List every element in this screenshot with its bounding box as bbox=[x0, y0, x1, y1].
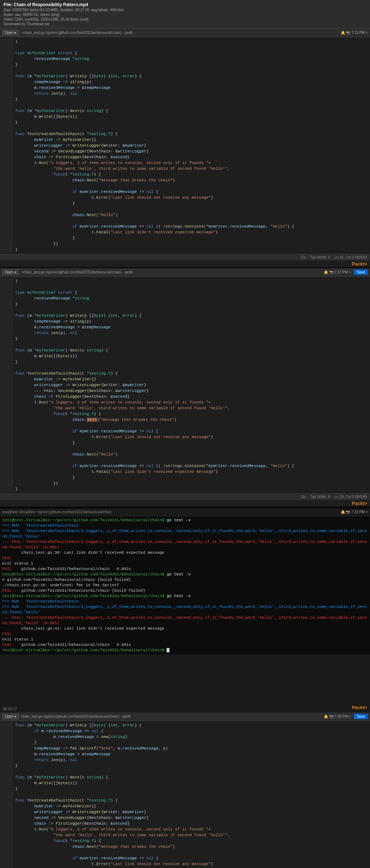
code-line: func TestCreateDefaultChain(t *testing.T… bbox=[0, 798, 370, 803]
code-line: func (m *myTestWriter) Next(s string) { bbox=[0, 108, 370, 114]
code-line bbox=[0, 342, 370, 347]
editor-panel-2: Open ▾ ~chain_test.go (/go/src/github.co… bbox=[0, 268, 370, 508]
code-line: } bbox=[0, 200, 370, 206]
code-line: chain := FirstLogger{NextChain: &second} bbox=[0, 821, 370, 826]
cursor bbox=[167, 648, 169, 652]
code-area-2: ) type myTestWriter struct { receivedMes… bbox=[0, 277, 370, 493]
timecode-blank: 00:10:17 bbox=[3, 707, 17, 711]
code-line: return len(p), nil bbox=[0, 330, 370, 336]
editor-toolbar-2: Open ▾ ~chain_test.go (/go/src/github.co… bbox=[0, 268, 370, 277]
code-line: myWriter := myTestWriter{} bbox=[0, 137, 370, 143]
code-line bbox=[0, 125, 370, 131]
toolbar-right-1: 🔔 📷 7:13 PM × bbox=[341, 31, 368, 35]
open-button-2[interactable]: Open ▾ bbox=[2, 269, 19, 275]
code-line: if m.receivedMessage == nil { bbox=[0, 728, 370, 734]
code-line: t.Run("3 loggers, 2 of them writes to co… bbox=[0, 826, 370, 832]
file-size: Size: 63997964 bytes (61.03 MiB), durati… bbox=[4, 8, 366, 12]
code-line: } bbox=[0, 440, 370, 446]
code-line: writerLogger := WriterLogger{Writer: &my… bbox=[0, 809, 370, 815]
code-line: m.Write([]byte(s)) bbox=[0, 353, 370, 359]
code-line: if myWriter.receivedMessage != nil { bbox=[0, 855, 370, 861]
terminal-time: 🔔 📷 7:23 PM × bbox=[341, 510, 368, 514]
code-line bbox=[0, 307, 370, 313]
status-position-1: Ln 41, Col 2 060592 bbox=[335, 255, 367, 259]
terminal-line: chain_test.go:41: Last link didn't recei… bbox=[2, 626, 368, 631]
code-line bbox=[0, 206, 370, 212]
code-line: --- FAIL: SecondLogger{NextChain: &write… bbox=[0, 388, 370, 394]
terminal-line: test@test-VirtualBox:~/go/src/github.com… bbox=[2, 518, 368, 523]
code-area-3: func (m *myTestWriter) Write(p []byte) (… bbox=[0, 721, 370, 868]
code-line: type myTestWriter struct { bbox=[0, 290, 370, 295]
code-line bbox=[0, 218, 370, 224]
code-line: } bbox=[0, 120, 370, 125]
terminal-line: # github.com/fais9331/behavioural/chain … bbox=[2, 577, 368, 583]
code-line bbox=[0, 44, 370, 50]
terminal-line: FAIL bbox=[2, 631, 368, 637]
code-line: func (m *myTestWriter) Next(s string) { bbox=[0, 347, 370, 353]
terminal-line: FAIL github.com/fais9331/behavioural/cha… bbox=[2, 642, 368, 648]
terminal-line: === RUN TestCreateDefaultChain bbox=[2, 599, 368, 604]
open-button-1[interactable]: Open ▾ bbox=[2, 30, 19, 35]
toolbar-left-2: Open ▾ ~chain_test.go (/go/src/github.co… bbox=[2, 269, 133, 275]
file-video: Video: h264, yuv420p, 1920x1080, 25.00 f… bbox=[4, 17, 366, 21]
blank-area: Packt> 00:10:17 bbox=[0, 655, 370, 712]
code-line bbox=[0, 446, 370, 452]
code-line: chain.Next("Hello") bbox=[0, 212, 370, 218]
code-line: func (m *myTestWriter) Write(p []byte) (… bbox=[0, 313, 370, 319]
code-line: "the word 'hello', third writes to some … bbox=[0, 405, 370, 411]
code-line bbox=[0, 284, 370, 290]
code-line: } bbox=[0, 301, 370, 307]
code-line: chain := FirstLogger{NextChain: &second} bbox=[0, 154, 370, 160]
editor-status-1: 🔔 📷 7:13 PM × bbox=[341, 31, 368, 35]
code-line: func(t *testing.T) { bbox=[0, 172, 370, 177]
terminal-line: chain_test.go:38: Last link didn't recei… bbox=[2, 550, 368, 556]
code-line: func (m *myTestWriter) Write(p []byte) (… bbox=[0, 722, 370, 728]
code-line: func(t *testing.T) { bbox=[0, 838, 370, 844]
code-line: m.receivedMessage = new(string) bbox=[0, 734, 370, 740]
open-button-3[interactable]: Open ▾ bbox=[2, 714, 19, 719]
code-line: func (m *myTestWriter) Next(s string) { bbox=[0, 774, 370, 780]
packt-logo-2: Packt> bbox=[352, 501, 367, 506]
code-line: func TestCreateDefaultChain(t *testing.T… bbox=[0, 371, 370, 376]
code-line: tempMessage := string(p) bbox=[0, 319, 370, 324]
editor-panel-3: Open ▾ chain_test.go (/go/src/github.com… bbox=[0, 712, 370, 868]
terminal-line: FAIL github.com/fais9331/behavioural/cha… bbox=[2, 588, 368, 593]
packt-logo-blank: Packt> bbox=[352, 705, 367, 710]
code-line: m.receivedMessage = &tempMessage bbox=[0, 324, 370, 330]
code-line: t.Run("3 loggers, 2 of them writes to co… bbox=[0, 400, 370, 405]
editor-filepath-2: ~chain_test.go (/go/src/github.com/fais9… bbox=[21, 270, 133, 274]
terminal-line: exit status 1 bbox=[2, 561, 368, 566]
code-line: "the word 'hello', third writes to some … bbox=[0, 166, 370, 172]
code-line: func TestCreateDefaultChain(t *testing.T… bbox=[0, 131, 370, 137]
terminal-line: exit status 1 bbox=[2, 637, 368, 642]
toolbar-right-3: 🔔 📷 7:28 PM × Save bbox=[324, 714, 368, 719]
code-line: myWriter := myTestWriter{} bbox=[0, 376, 370, 382]
code-line: t.Error("Last link should not receive an… bbox=[0, 434, 370, 440]
code-line: } bbox=[0, 96, 370, 102]
code-line: } bbox=[0, 486, 370, 492]
code-line bbox=[0, 769, 370, 774]
code-line: m.receivedMessage = &tempMessage bbox=[0, 751, 370, 757]
code-line: if myWriter.receivedMessage != nil { bbox=[0, 428, 370, 434]
code-line bbox=[0, 183, 370, 189]
code-line: chain.Next("message that breaks the chai… bbox=[0, 177, 370, 183]
save-button-3[interactable]: Save bbox=[354, 714, 368, 719]
terminal-line: test@test-VirtualBox:~/go/src/github.com… bbox=[2, 593, 368, 599]
editor-panel-1: Open ▾ ~chain_test.go (/go/src/github.co… bbox=[0, 29, 370, 268]
code-line bbox=[0, 423, 370, 428]
terminal-toolbar: test@test-VirtualBox:~/go/src/github.com… bbox=[0, 508, 370, 516]
tab-width-2: Tab Width: 8 bbox=[310, 495, 330, 499]
code-line: return len(p), nil bbox=[0, 757, 370, 763]
code-line: t.Error("Last link should not receive an… bbox=[0, 861, 370, 867]
file-info-header: File: Chain of Responsibility Pattern.mp… bbox=[0, 0, 370, 29]
save-button-2[interactable]: Save bbox=[354, 269, 368, 275]
file-generated: Generated by Thumbnail me bbox=[4, 22, 366, 26]
code-line: second := SecondLogger{NextChain: &write… bbox=[0, 815, 370, 821]
terminal-line: test@test-VirtualBox:~/go/src/github.com… bbox=[2, 648, 368, 653]
code-line: m.receivedMessage = &tempMessage bbox=[0, 85, 370, 91]
packt-logo-1: Packt> bbox=[352, 261, 367, 267]
code-line: receivedMessage *string bbox=[0, 56, 370, 62]
terminal-line: -/chain_test.go:16: undefined: fmt in fm… bbox=[2, 583, 368, 588]
code-line: func(t *testing.T) { bbox=[0, 411, 370, 417]
code-line: if myWriter.receivedMessage == nil || !s… bbox=[0, 224, 370, 229]
